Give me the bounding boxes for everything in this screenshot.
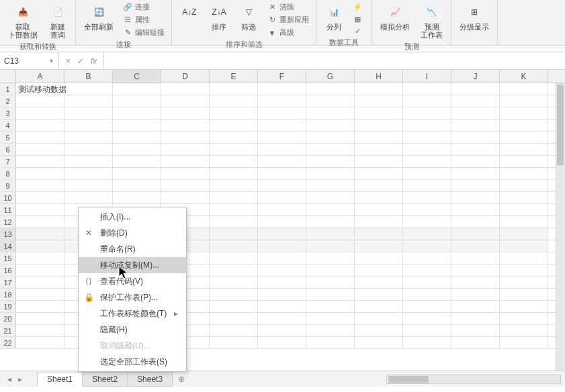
- cell-G2[interactable]: [306, 95, 355, 107]
- cell-J17[interactable]: [451, 277, 500, 288]
- cell-A1[interactable]: 测试移动数据: [16, 83, 64, 95]
- cell-G1[interactable]: [306, 83, 355, 95]
- cell-E20[interactable]: [210, 313, 258, 324]
- cell-A3[interactable]: [16, 107, 64, 119]
- cell-K13[interactable]: [500, 228, 548, 240]
- text-to-columns-button[interactable]: 📊分列: [322, 1, 346, 32]
- cell-G15[interactable]: [306, 252, 355, 264]
- col-header-J[interactable]: J: [451, 70, 500, 83]
- ctx-unhide[interactable]: 取消隐藏(U)...: [79, 338, 186, 354]
- cell-I6[interactable]: [403, 144, 451, 155]
- row-header-16[interactable]: 16: [0, 264, 16, 276]
- cell-D5[interactable]: [161, 132, 210, 143]
- cell-K14[interactable]: [500, 240, 548, 252]
- edit-links-button[interactable]: ✎编辑链接: [122, 27, 166, 38]
- cell-K5[interactable]: [500, 132, 548, 143]
- col-header-G[interactable]: G: [306, 70, 355, 83]
- cell-E7[interactable]: [210, 156, 258, 167]
- cell-A10[interactable]: [16, 192, 64, 203]
- cell-J4[interactable]: [451, 119, 500, 131]
- cell-G6[interactable]: [306, 144, 355, 155]
- what-if-button[interactable]: 📈模拟分析: [378, 1, 412, 32]
- cell-H13[interactable]: [355, 228, 403, 240]
- ctx-move-copy[interactable]: 移动或复制(M)...: [79, 257, 186, 273]
- cell-C3[interactable]: [113, 107, 161, 119]
- cell-C4[interactable]: [113, 119, 161, 131]
- cell-E10[interactable]: [210, 192, 258, 203]
- ctx-delete[interactable]: ✕删除(D): [79, 225, 186, 241]
- filter-button[interactable]: ▽筛选: [236, 1, 261, 32]
- row-header-11[interactable]: 11: [0, 204, 16, 215]
- outline-button[interactable]: ⊞分级显示: [457, 1, 492, 32]
- cell-J12[interactable]: [451, 216, 500, 228]
- cell-G18[interactable]: [306, 289, 355, 300]
- select-all-corner[interactable]: [0, 70, 16, 83]
- cell-E17[interactable]: [210, 277, 258, 288]
- cell-F3[interactable]: [258, 107, 306, 119]
- cell-E3[interactable]: [210, 107, 258, 119]
- cell-E6[interactable]: [210, 144, 258, 155]
- cell-F18[interactable]: [258, 289, 306, 300]
- cell-H5[interactable]: [355, 132, 403, 143]
- cell-E19[interactable]: [210, 301, 258, 312]
- cell-I14[interactable]: [403, 240, 451, 252]
- sort-button[interactable]: Z↓A排序: [207, 1, 231, 32]
- cell-E5[interactable]: [210, 132, 258, 143]
- cell-H3[interactable]: [355, 107, 403, 119]
- cell-A12[interactable]: [16, 216, 64, 228]
- cell-A6[interactable]: [16, 144, 64, 155]
- cell-A7[interactable]: [16, 156, 64, 167]
- ctx-tab-color[interactable]: 工作表标签颜色(T)▸: [79, 305, 186, 322]
- cell-C1[interactable]: [113, 83, 161, 95]
- cell-A2[interactable]: [16, 95, 64, 107]
- cell-E13[interactable]: [210, 228, 258, 240]
- cell-K17[interactable]: [500, 277, 548, 288]
- cell-A4[interactable]: [16, 119, 64, 131]
- ctx-insert[interactable]: 插入(I)...: [79, 209, 186, 225]
- flash-fill-button[interactable]: ⚡: [351, 1, 366, 12]
- cell-H11[interactable]: [355, 204, 403, 215]
- cell-I3[interactable]: [403, 107, 451, 119]
- refresh-all-button[interactable]: 🔄全部刷新: [81, 1, 116, 32]
- cell-H1[interactable]: [355, 83, 403, 95]
- cell-J3[interactable]: [451, 107, 500, 119]
- cell-F11[interactable]: [258, 204, 306, 215]
- cell-H20[interactable]: [355, 313, 403, 324]
- row-header-14[interactable]: 14: [0, 240, 16, 252]
- cell-E15[interactable]: [210, 252, 258, 264]
- cell-J6[interactable]: [451, 144, 500, 155]
- ctx-select-all[interactable]: 选定全部工作表(S): [79, 354, 186, 370]
- cell-I18[interactable]: [403, 289, 451, 300]
- horizontal-scrollbar[interactable]: [386, 375, 561, 384]
- row-header-3[interactable]: 3: [0, 107, 16, 119]
- cell-G9[interactable]: [306, 180, 355, 191]
- col-header-D[interactable]: D: [161, 70, 210, 83]
- clear-button[interactable]: ✕清除: [266, 1, 310, 13]
- cell-E4[interactable]: [210, 119, 258, 131]
- cell-K8[interactable]: [500, 168, 548, 179]
- row-header-22[interactable]: 22: [0, 337, 16, 348]
- row-header-18[interactable]: 18: [0, 289, 16, 300]
- row-header-9[interactable]: 9: [0, 180, 16, 191]
- cell-K3[interactable]: [500, 107, 548, 119]
- cell-A21[interactable]: [16, 325, 64, 336]
- cell-A9[interactable]: [16, 180, 64, 191]
- cell-D10[interactable]: [161, 192, 210, 203]
- cell-A14[interactable]: [16, 240, 64, 252]
- cell-G21[interactable]: [306, 325, 355, 336]
- cell-J20[interactable]: [451, 313, 500, 324]
- cell-I22[interactable]: [403, 337, 451, 348]
- col-header-I[interactable]: I: [403, 70, 451, 83]
- row-header-6[interactable]: 6: [0, 144, 16, 155]
- cell-B1[interactable]: [64, 83, 113, 95]
- cell-F14[interactable]: [258, 240, 306, 252]
- cell-J19[interactable]: [451, 301, 500, 312]
- cell-A19[interactable]: [16, 301, 64, 312]
- ctx-rename[interactable]: 重命名(R): [79, 241, 186, 257]
- cell-I2[interactable]: [403, 95, 451, 107]
- cell-K22[interactable]: [500, 337, 548, 348]
- chevron-down-icon[interactable]: ▼: [48, 58, 54, 64]
- cell-A17[interactable]: [16, 277, 64, 288]
- cell-G16[interactable]: [306, 264, 355, 276]
- cell-J22[interactable]: [451, 337, 500, 348]
